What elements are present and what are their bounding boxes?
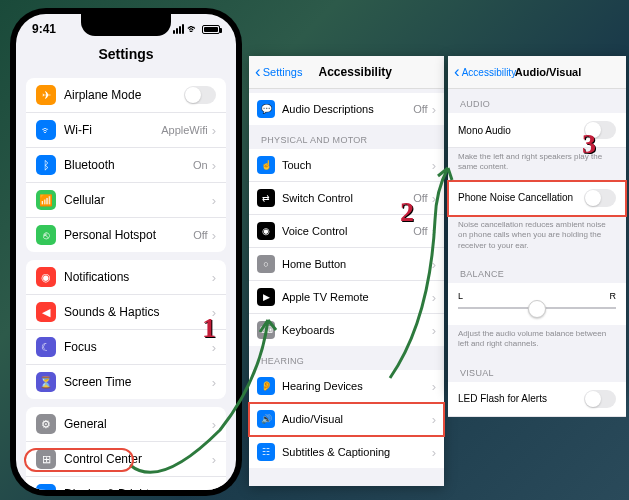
audio-visual-icon: 🔊 <box>257 410 275 428</box>
group-hearing: 👂Hearing Devices›🔊Audio/Visual›☷Subtitle… <box>249 370 444 468</box>
row-value: Off <box>413 103 427 115</box>
row-label: Control Center <box>64 452 212 466</box>
section-audio: AUDIO <box>448 89 626 113</box>
row-hearing-devices[interactable]: 👂Hearing Devices› <box>249 370 444 403</box>
row-value: Off <box>413 225 427 237</box>
row-label: Touch <box>282 159 432 171</box>
settings-group-network: ✈Airplane ModeᯤWi-FiAppleWifi›ᛒBluetooth… <box>26 78 226 252</box>
row-keyboards[interactable]: ⌨Keyboards› <box>249 314 444 346</box>
hearing-devices-icon: 👂 <box>257 377 275 395</box>
row-label: Hearing Devices <box>282 380 432 392</box>
row-label: Screen Time <box>64 375 212 389</box>
led-flash-switch[interactable] <box>584 390 616 408</box>
settings-group-notifications: ◉Notifications›◀Sounds & Haptics›☾Focus›… <box>26 260 226 399</box>
chevron-icon: › <box>212 270 216 285</box>
row-audio-visual[interactable]: 🔊Audio/Visual› <box>249 403 444 436</box>
balance-r: R <box>610 291 617 301</box>
balance-hint: Adjust the audio volume balance between … <box>448 325 626 358</box>
audio-visual-panel: ‹ Accessibility Audio/Visual AUDIO Mono … <box>448 56 626 392</box>
general-icon: ⚙ <box>36 414 56 434</box>
row-notifications[interactable]: ◉Notifications› <box>26 260 226 295</box>
row-touch[interactable]: ☝Touch› <box>249 149 444 182</box>
chevron-icon: › <box>432 257 436 272</box>
display-brightness-icon: AA <box>36 484 56 490</box>
audio-descriptions-icon: 💬 <box>257 100 275 118</box>
back-chevron-icon[interactable]: ‹ <box>454 62 460 82</box>
back-chevron-icon[interactable]: ‹ <box>255 62 261 82</box>
chevron-icon: › <box>432 158 436 173</box>
row-wi-fi[interactable]: ᯤWi-FiAppleWifi› <box>26 113 226 148</box>
chevron-icon: › <box>432 445 436 460</box>
chevron-icon: › <box>432 290 436 305</box>
mono-audio-row[interactable]: Mono Audio <box>448 113 626 148</box>
chevron-icon: › <box>432 412 436 427</box>
apple-tv-remote-icon: ▶ <box>257 288 275 306</box>
nav-bar: ‹ Accessibility Audio/Visual <box>448 56 626 89</box>
row-label: Sounds & Haptics <box>64 305 212 319</box>
settings-group-general: ⚙General›⊞Control Center›AADisplay & Bri… <box>26 407 226 490</box>
balance-slider[interactable] <box>458 307 616 309</box>
row-airplane-mode[interactable]: ✈Airplane Mode <box>26 78 226 113</box>
led-flash-row[interactable]: LED Flash for Alerts <box>448 382 626 417</box>
row-screen-time[interactable]: ⏳Screen Time› <box>26 365 226 399</box>
noise-cancellation-switch[interactable] <box>584 189 616 207</box>
row-focus[interactable]: ☾Focus› <box>26 330 226 365</box>
accessibility-panel: ‹ Settings Accessibility 💬Audio Descript… <box>249 56 444 486</box>
row-value: Off <box>193 229 207 241</box>
row-switch-control[interactable]: ⇄Switch ControlOff› <box>249 182 444 215</box>
chevron-icon: › <box>212 158 216 173</box>
row-label: General <box>64 417 212 431</box>
row-home-button[interactable]: ○Home Button› <box>249 248 444 281</box>
row-audio-descriptions[interactable]: 💬Audio DescriptionsOff› <box>249 93 444 125</box>
status-indicators: ᯤ <box>173 22 220 36</box>
row-label: Focus <box>64 340 212 354</box>
row-label: Audio Descriptions <box>282 103 413 115</box>
chevron-icon: › <box>432 102 436 117</box>
row-label: Display & Brightness <box>64 487 212 490</box>
chevron-icon: › <box>212 487 216 491</box>
chevron-icon: › <box>432 323 436 338</box>
chevron-icon: › <box>212 452 216 467</box>
chevron-icon: › <box>212 193 216 208</box>
row-label: Notifications <box>64 270 212 284</box>
row-label: Keyboards <box>282 324 432 336</box>
chevron-icon: › <box>212 228 216 243</box>
row-personal-hotspot[interactable]: ⎋Personal HotspotOff› <box>26 218 226 252</box>
iphone-frame: 9:41 ᯤ Settings ✈Airplane ModeᯤWi-FiAppl… <box>10 8 242 496</box>
row-apple-tv-remote[interactable]: ▶Apple TV Remote› <box>249 281 444 314</box>
battery-icon <box>202 25 220 34</box>
row-voice-control[interactable]: ◉Voice ControlOff› <box>249 215 444 248</box>
row-bluetooth[interactable]: ᛒBluetoothOn› <box>26 148 226 183</box>
section-balance: BALANCE <box>448 259 626 283</box>
row-general[interactable]: ⚙General› <box>26 407 226 442</box>
chevron-icon: › <box>432 379 436 394</box>
switch[interactable] <box>184 86 216 104</box>
personal-hotspot-icon: ⎋ <box>36 225 56 245</box>
group-motor: ☝Touch›⇄Switch ControlOff›◉Voice Control… <box>249 149 444 346</box>
row-display-brightness[interactable]: AADisplay & Brightness› <box>26 477 226 490</box>
mono-audio-hint: Make the left and right speakers play th… <box>448 148 626 181</box>
touch-icon: ☝ <box>257 156 275 174</box>
row-control-center[interactable]: ⊞Control Center› <box>26 442 226 477</box>
row-label: Personal Hotspot <box>64 228 193 242</box>
noise-cancellation-row[interactable]: Phone Noise Cancellation <box>448 181 626 216</box>
annotation-number-3: 3 <box>582 128 596 160</box>
subtitles-captioning-icon: ☷ <box>257 443 275 461</box>
annotation-number-1: 1 <box>202 312 216 344</box>
row-subtitles-captioning[interactable]: ☷Subtitles & Captioning› <box>249 436 444 468</box>
chevron-icon: › <box>432 191 436 206</box>
row-value: Off <box>413 192 427 204</box>
home-button-icon: ○ <box>257 255 275 273</box>
row-label: Audio/Visual <box>282 413 432 425</box>
row-label: Cellular <box>64 193 212 207</box>
wifi-icon: ᯤ <box>187 22 199 36</box>
row-cellular[interactable]: 📶Cellular› <box>26 183 226 218</box>
sounds-haptics-icon: ◀ <box>36 302 56 322</box>
row-sounds-haptics[interactable]: ◀Sounds & Haptics› <box>26 295 226 330</box>
iphone-screen: 9:41 ᯤ Settings ✈Airplane ModeᯤWi-FiAppl… <box>16 14 236 490</box>
section-hearing: HEARING <box>249 346 444 370</box>
balance-control: LR <box>448 283 626 325</box>
focus-icon: ☾ <box>36 337 56 357</box>
section-physical-motor: PHYSICAL AND MOTOR <box>249 125 444 149</box>
row-label: Apple TV Remote <box>282 291 432 303</box>
